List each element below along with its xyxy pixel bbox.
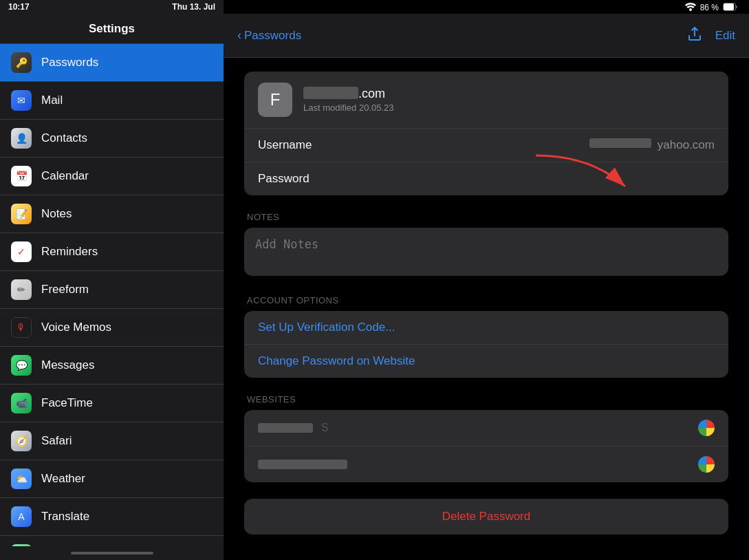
voicememos-icon: 🎙 bbox=[11, 317, 32, 338]
sidebar-item-voicememos[interactable]: 🎙Voice Memos bbox=[0, 309, 224, 347]
sidebar-item-translate[interactable]: ATranslate bbox=[0, 498, 224, 536]
notes-input[interactable] bbox=[244, 228, 728, 276]
sidebar-item-label-contacts: Contacts bbox=[41, 131, 87, 145]
passwords-icon: 🔑 bbox=[11, 52, 32, 73]
wifi-icon bbox=[685, 3, 696, 13]
back-label: Passwords bbox=[244, 29, 301, 43]
home-indicator bbox=[71, 552, 153, 554]
battery-icon bbox=[723, 1, 738, 14]
sidebar-item-mail[interactable]: ✉Mail bbox=[0, 82, 224, 120]
website-1-extra: S bbox=[321, 422, 329, 434]
card-title-area: .com Last modified 20.05.23 bbox=[303, 87, 715, 113]
password-label: Password bbox=[258, 172, 310, 186]
sidebar-item-passwords[interactable]: 🔑Passwords bbox=[0, 44, 224, 82]
notes-section: NOTES bbox=[244, 212, 728, 279]
svg-point-0 bbox=[689, 8, 692, 11]
sidebar-list: 🔑Passwords✉Mail👤Contacts📅Calendar📝Notes✓… bbox=[0, 44, 224, 546]
delete-password-button[interactable]: Delete Password bbox=[244, 499, 728, 535]
main-content: F .com Last modified 20.05.23 Username y… bbox=[224, 58, 749, 560]
calendar-icon: 📅 bbox=[11, 166, 32, 186]
sidebar-item-label-passwords: Passwords bbox=[41, 56, 98, 69]
card-avatar: F bbox=[258, 83, 292, 117]
back-button[interactable]: ‹ Passwords bbox=[237, 28, 301, 43]
websites-section: WEBSITES S bbox=[244, 394, 728, 482]
status-bar: 10:17 Thu 13. Jul bbox=[0, 0, 224, 14]
sidebar-item-notes[interactable]: 📝Notes bbox=[0, 195, 224, 233]
main-panel: 86 % ‹ Passwords Edit F bbox=[224, 0, 749, 560]
reminders-icon: ✓ bbox=[11, 241, 32, 262]
username-value: yahoo.com bbox=[589, 138, 715, 152]
sidebar-item-label-weather: Weather bbox=[41, 472, 85, 486]
status-date: Thu 13. Jul bbox=[172, 2, 215, 12]
sidebar-item-safari[interactable]: 🧭Safari bbox=[0, 422, 224, 460]
sidebar-item-label-notes: Notes bbox=[41, 207, 72, 221]
website-row-2-content bbox=[258, 460, 347, 469]
username-domain: yahoo.com bbox=[658, 138, 715, 151]
sidebar-item-label-mail: Mail bbox=[41, 94, 63, 107]
share-button[interactable] bbox=[688, 26, 702, 45]
password-card-header: F .com Last modified 20.05.23 bbox=[244, 72, 728, 129]
website-2-blurred bbox=[258, 460, 347, 469]
website-row-1[interactable]: S bbox=[244, 410, 728, 446]
edit-button[interactable]: Edit bbox=[715, 29, 735, 43]
websites-section-label: WEBSITES bbox=[244, 394, 728, 405]
sidebar-item-facetime[interactable]: 📹FaceTime bbox=[0, 385, 224, 422]
battery-level: 86 % bbox=[700, 3, 719, 12]
domain-blurred bbox=[303, 87, 358, 99]
sidebar-item-reminders[interactable]: ✓Reminders bbox=[0, 233, 224, 271]
main-status-bar: 86 % bbox=[224, 0, 749, 14]
username-row[interactable]: Username yahoo.com bbox=[244, 129, 728, 162]
sidebar-item-label-translate: Translate bbox=[41, 510, 89, 524]
contacts-icon: 👤 bbox=[11, 128, 32, 149]
sidebar-item-contacts[interactable]: 👤Contacts bbox=[0, 120, 224, 158]
card-domain: .com bbox=[303, 87, 715, 101]
avatar-letter: F bbox=[270, 90, 281, 109]
sidebar-bottom-bar bbox=[0, 546, 224, 560]
setup-verification-button[interactable]: Set Up Verification Code... bbox=[244, 311, 728, 345]
sidebar-item-label-reminders: Reminders bbox=[41, 245, 98, 259]
username-blurred bbox=[589, 138, 651, 148]
sidebar-item-label-calendar: Calendar bbox=[41, 169, 89, 183]
sidebar-item-weather[interactable]: ⛅Weather bbox=[0, 460, 224, 498]
sidebar-item-freeform[interactable]: ✏Freeform bbox=[0, 271, 224, 309]
svg-rect-2 bbox=[724, 3, 734, 10]
websites-card: S bbox=[244, 410, 728, 482]
freeform-icon: ✏ bbox=[11, 279, 32, 300]
notes-icon: 📝 bbox=[11, 204, 32, 224]
sidebar-item-maps[interactable]: 🗺Maps bbox=[0, 536, 224, 546]
sidebar-title: Settings bbox=[89, 22, 135, 36]
sidebar-item-label-voicememos: Voice Memos bbox=[41, 321, 111, 334]
change-password-button[interactable]: Change Password on Website bbox=[244, 345, 728, 378]
website-1-blurred bbox=[258, 423, 313, 433]
sidebar-item-label-freeform: Freeform bbox=[41, 283, 89, 297]
password-row[interactable]: Password bbox=[244, 162, 728, 195]
safari-icon: 🧭 bbox=[11, 431, 32, 451]
sidebar-item-messages[interactable]: 💬Messages bbox=[0, 347, 224, 385]
account-options-section: ACCOUNT OPTIONS Set Up Verification Code… bbox=[244, 295, 728, 378]
account-options-card: Set Up Verification Code... Change Passw… bbox=[244, 311, 728, 378]
status-time: 10:17 bbox=[8, 2, 30, 12]
notes-section-label: NOTES bbox=[244, 212, 728, 222]
translate-icon: A bbox=[11, 506, 32, 527]
header-actions: Edit bbox=[688, 26, 735, 45]
sidebar-item-calendar[interactable]: 📅Calendar bbox=[0, 158, 224, 195]
sidebar: 10:17 Thu 13. Jul Settings 🔑Passwords✉Ma… bbox=[0, 0, 224, 560]
messages-icon: 💬 bbox=[11, 355, 32, 376]
safari-icon-2 bbox=[698, 456, 715, 473]
sidebar-header: Settings bbox=[0, 14, 224, 44]
sidebar-item-label-safari: Safari bbox=[41, 434, 72, 448]
password-card: F .com Last modified 20.05.23 Username y… bbox=[244, 72, 728, 195]
safari-icon-1 bbox=[698, 420, 715, 436]
sidebar-item-label-facetime: FaceTime bbox=[41, 396, 93, 410]
weather-icon: ⛅ bbox=[11, 469, 32, 489]
card-subtitle: Last modified 20.05.23 bbox=[303, 103, 715, 113]
username-label: Username bbox=[258, 138, 312, 152]
account-options-label: ACCOUNT OPTIONS bbox=[244, 295, 728, 305]
main-header: ‹ Passwords Edit bbox=[224, 14, 749, 58]
website-row-1-content: S bbox=[258, 422, 329, 434]
facetime-icon: 📹 bbox=[11, 393, 32, 413]
mail-icon: ✉ bbox=[11, 90, 32, 111]
website-row-2[interactable] bbox=[244, 446, 728, 482]
sidebar-item-label-messages: Messages bbox=[41, 358, 94, 372]
chevron-left-icon: ‹ bbox=[237, 28, 241, 43]
